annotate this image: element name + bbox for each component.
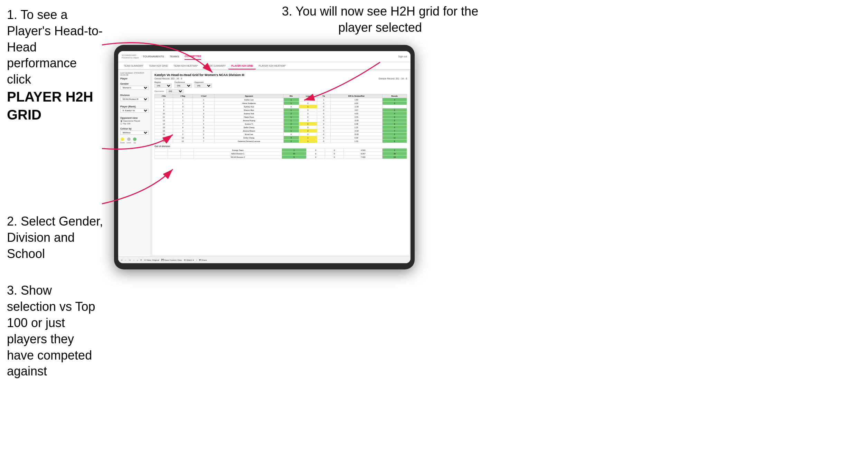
table-row: 1613Jessica Mason120-0.947 [155,129,407,133]
opponent-filter-label: Opponent [195,81,212,83]
cell-loss: 0 [299,112,317,115]
ood-table-row: Foreign Team1004.5002 [155,149,407,152]
cell-loss: 0 [299,119,317,122]
ood-cell-tie: 0 [325,149,344,152]
toolbar-redo[interactable]: ↪ [129,259,131,261]
sidebar-player-rank-section: Player (Rank) 8. Katelyn Vo [120,105,149,114]
radio-top100[interactable]: Top 100 [120,123,149,125]
colour-by-select[interactable]: Win/loss [120,131,149,135]
opponents-text: Opponents: [154,90,164,92]
cell-loss: 0 [299,133,317,136]
tablet-frame: SCOREBOARD Powered by clippd TOURNAMENTS… [114,45,415,269]
ood-cell-rounds: 2 [383,149,407,152]
radio-opponents-dot [120,120,122,122]
nav-committee[interactable]: COMMITTEE [185,53,201,60]
nav-teams[interactable]: TEAMS [170,54,179,59]
col-div: # Div [155,94,173,98]
nav-tournaments[interactable]: TOURNAMENTS [143,54,164,59]
cell-div: 10 [155,112,173,115]
sign-out[interactable]: Sign out [398,55,407,58]
cell-div: 14 [155,122,173,126]
table-row: 311Esther Lee1011.504 [155,98,407,102]
cell-conf: 3 [193,105,215,108]
opponents-value-select[interactable]: (All) [166,89,183,93]
instruction-step3-right: 3. You will now see H2H grid for the pla… [276,3,484,36]
toolbar-save-custom[interactable]: 💾 Save Custom View [161,259,182,261]
subnav-player-summary[interactable]: PLAYER SUMMARY [201,63,229,69]
colour-by-label: Colour by [120,127,149,130]
subnav-team-h2h-heatmap[interactable]: TEAM H2H HEATMAP [171,63,201,69]
cell-opponent: Andrea York [215,112,283,115]
opponent-filter-select[interactable]: (All) [195,84,212,88]
cell-opponent: Esther Lee [215,98,283,102]
subnav-player-h2h-grid[interactable]: PLAYER H2H GRID [228,63,256,69]
cell-div: 13 [155,119,173,122]
table-row: 914Sharon Mun1003.673 [155,108,407,112]
region-filter-select[interactable]: (All) [154,84,172,88]
table-row: 1474Eunice Yi2200.389 [155,122,407,126]
toolbar-forward[interactable]: → [133,259,135,261]
toolbar-back[interactable]: ← [125,259,127,261]
toolbar-share[interactable]: ⇄ Share [199,259,207,261]
ood-cell-div [155,152,168,155]
radio-top100-label: Top 100 [123,123,130,125]
toolbar-view-original[interactable]: ⊙ View: Original [144,259,159,261]
colour-legend: Down Level Up [120,137,149,144]
cell-rounds: 3 [382,108,407,112]
cell-tie: 0 [317,122,330,126]
cell-opponent: Jessica Huang [215,119,283,122]
col-conf: # Conf [193,94,215,98]
cell-opponent: Sydney Kuo [215,105,283,108]
toolbar-refresh[interactable]: ⟳ [140,259,142,261]
cell-div: 20 [155,140,173,143]
ood-cell-diff: 4.500 [344,149,383,152]
radio-opponents-played[interactable]: Opponents Played [120,120,149,122]
cell-conf: 4 [193,108,215,112]
ood-cell-win: 5 [282,155,306,159]
toolbar-watch[interactable]: 👁 Watch ▾ [184,259,194,261]
cell-win: 1 [283,108,299,112]
ood-cell-div [155,149,168,152]
sidebar-gender-section: Gender Women's [120,83,149,91]
player-rank-select[interactable]: 8. Katelyn Vo [120,108,149,113]
subnav-player-h2h-heatmap[interactable]: PLAYER H2H HEATMAP [256,63,288,69]
col-win: Win [283,94,299,98]
cell-div: 3 [155,98,173,102]
cell-diff: 1.50 [331,98,382,102]
cell-diff: 3.67 [331,108,382,112]
filter-row: Region (All) Conference (All) Opponent [154,81,407,88]
main-grid: Katelyn Vo Head-to-Head Grid for Women's… [152,71,409,255]
toolbar-undo[interactable]: ↩ [121,259,123,261]
subnav-team-h2h-grid[interactable]: TEAM H2H GRID [146,63,171,69]
cell-loss: 1 [299,136,317,140]
ood-table-row: NCAA Division 25007.40010 [155,155,407,159]
cell-rounds: 2 [382,133,407,136]
conference-filter-select[interactable]: (All) [174,84,192,88]
cell-reg: 1 [173,129,193,133]
cell-win: 2 [283,112,299,115]
instruction-step1: 1. To see a Player's Head-to-Head perfor… [7,7,104,124]
division-select[interactable]: NCAA Division III [120,97,149,101]
grid-title: Katelyn Vo Head-to-Head Grid for Women's… [154,73,407,77]
cell-reg: 6 [173,112,193,115]
cell-diff: -3.00 [331,119,382,122]
toolbar-search[interactable]: ⌕ [137,259,138,261]
cell-div: 11 [155,115,173,119]
toolbar-upload[interactable]: ↑ [196,259,197,261]
nav-items: TOURNAMENTS TEAMS COMMITTEE [143,53,398,60]
ood-cell-diff: 9.267 [344,152,383,155]
cell-div: 18 [155,133,173,136]
gender-select[interactable]: Women's [120,86,149,90]
subnav-team-summary[interactable]: TEAM SUMMARY [121,63,146,69]
last-updated: Last Updated: 27/03/2024 16:55:38 [120,72,149,76]
cell-win: 0 [283,133,299,136]
cell-win: 1 [283,119,299,122]
cell-reg: 2 [173,133,193,136]
cell-tie: 0 [317,119,330,122]
ood-cell-team: NCAA Division 2 [194,155,282,159]
cell-diff: -5.00 [331,133,382,136]
step2-text: 2. Select Gender, Division and School [7,213,104,262]
cell-diff: 4.00 [331,102,382,105]
tablet-screen: SCOREBOARD Powered by clippd TOURNAMENTS… [118,51,411,263]
cell-div: 16 [155,129,173,133]
